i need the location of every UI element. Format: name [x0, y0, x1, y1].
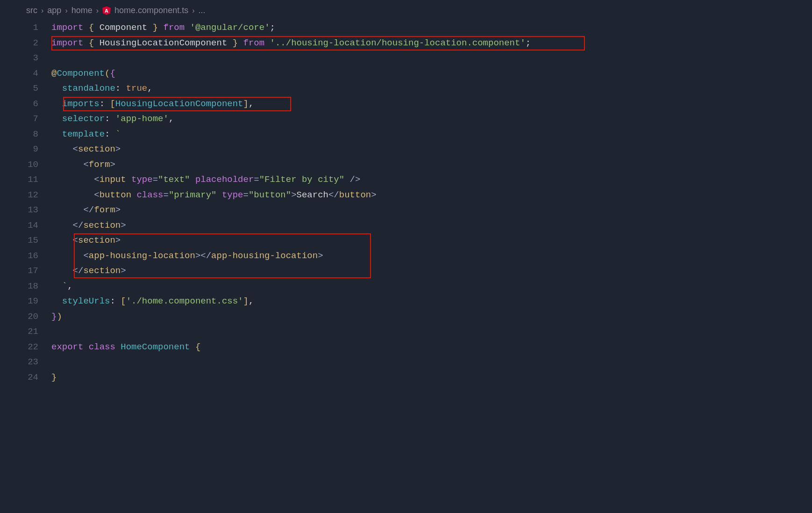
- code-line[interactable]: <app-housing-location></app-housing-loca…: [51, 248, 812, 264]
- breadcrumb-symbol[interactable]: ...: [198, 6, 205, 15]
- chevron-right-icon: ›: [41, 7, 43, 15]
- code-line[interactable]: </section>: [51, 218, 812, 233]
- line-number: 3: [0, 51, 38, 66]
- code-line[interactable]: [51, 324, 812, 340]
- chevron-right-icon: ›: [96, 7, 99, 15]
- line-number: 10: [0, 157, 38, 173]
- code-line[interactable]: imports: [HousingLocationComponent],: [51, 96, 812, 112]
- line-number: 19: [0, 294, 38, 309]
- breadcrumb-seg-src[interactable]: src: [26, 6, 37, 15]
- code-line[interactable]: }: [51, 370, 812, 385]
- code-line[interactable]: <section>: [51, 142, 812, 157]
- line-number-gutter: 1 2 3 4 5 6 7 8 9 10 11 12 13 14 15 16 1…: [0, 20, 51, 385]
- code-line[interactable]: }): [51, 309, 812, 325]
- code-line[interactable]: export class HomeComponent {: [51, 340, 812, 355]
- line-number: 20: [0, 309, 38, 325]
- line-number: 15: [0, 233, 38, 248]
- code-line[interactable]: <input type="text" placeholder="Filter b…: [51, 172, 812, 188]
- code-line[interactable]: `,: [51, 279, 812, 294]
- code-line[interactable]: styleUrls: ['./home.component.css'],: [51, 294, 812, 309]
- breadcrumb-file[interactable]: home.component.ts: [114, 6, 188, 15]
- line-number: 18: [0, 279, 38, 294]
- chevron-right-icon: ›: [192, 7, 194, 15]
- code-line[interactable]: </section>: [51, 263, 812, 279]
- line-number: 5: [0, 81, 38, 96]
- code-editor[interactable]: 1 2 3 4 5 6 7 8 9 10 11 12 13 14 15 16 1…: [0, 20, 812, 385]
- code-line[interactable]: <button class="primary" type="button">Se…: [51, 188, 812, 203]
- line-number: 7: [0, 111, 38, 127]
- code-line[interactable]: [51, 354, 812, 370]
- code-line[interactable]: </form>: [51, 202, 812, 218]
- code-column[interactable]: import { Component } from '@angular/core…: [51, 20, 812, 385]
- line-number: 14: [0, 218, 38, 233]
- breadcrumb-seg-home[interactable]: home: [71, 6, 93, 15]
- line-number: 21: [0, 324, 38, 340]
- line-number: 13: [0, 202, 38, 218]
- code-line[interactable]: @Component({: [51, 66, 812, 81]
- code-line[interactable]: <section>: [51, 233, 812, 248]
- code-line[interactable]: <form>: [51, 157, 812, 173]
- code-line[interactable]: import { Component } from '@angular/core…: [51, 20, 812, 36]
- breadcrumb[interactable]: src › app › home › A home.component.ts ›…: [0, 0, 812, 20]
- line-number: 17: [0, 263, 38, 279]
- angular-icon: A: [102, 7, 111, 15]
- line-number: 2: [0, 36, 38, 51]
- line-number: 6: [0, 96, 38, 112]
- line-number: 4: [0, 66, 38, 81]
- code-line[interactable]: selector: 'app-home',: [51, 111, 812, 127]
- line-number: 16: [0, 248, 38, 264]
- line-number: 8: [0, 127, 38, 142]
- code-line[interactable]: [51, 51, 812, 66]
- code-line[interactable]: template: `: [51, 127, 812, 142]
- line-number: 22: [0, 340, 38, 355]
- line-number: 24: [0, 370, 38, 385]
- line-number: 11: [0, 172, 38, 188]
- code-line[interactable]: standalone: true,: [51, 81, 812, 96]
- line-number: 1: [0, 20, 38, 36]
- breadcrumb-seg-app[interactable]: app: [47, 6, 61, 15]
- chevron-right-icon: ›: [65, 7, 67, 15]
- line-number: 12: [0, 188, 38, 203]
- line-number: 23: [0, 354, 38, 370]
- code-line[interactable]: import { HousingLocationComponent } from…: [51, 36, 812, 51]
- line-number: 9: [0, 142, 38, 157]
